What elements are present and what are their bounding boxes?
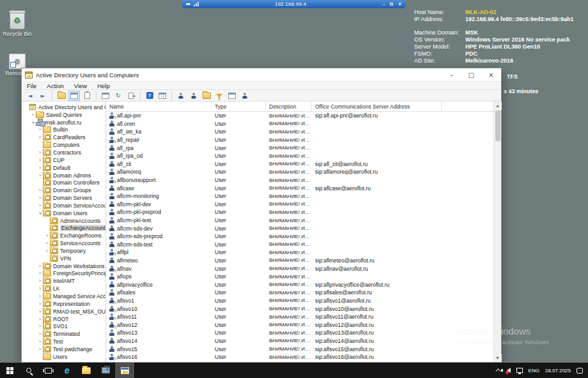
tree-item-domain-controllers[interactable]: Domain Controllers [22, 179, 105, 186]
tree-item-domain-admins[interactable]: >Domain Admins [22, 172, 105, 179]
chevron-right-icon[interactable]: > [37, 127, 43, 132]
table-row[interactable]: aflsvo11UserВНИМАНИЕ! Использу...sip:afl… [106, 313, 493, 321]
tree-item-rmad-test-msk-ou[interactable]: >RMAD-test_MSK_OU [22, 308, 105, 315]
tree-item-foreignsecurityprincipals[interactable]: >ForeignSecurityPrincipals [22, 270, 105, 278]
table-row[interactable]: aflfplUserВНИМАНИЕ! Использу... [106, 248, 493, 257]
table-row[interactable]: aflcrm-sds-testUserВНИМАНИЕ! Использу... [106, 241, 493, 249]
menu-help[interactable]: Help [92, 82, 115, 89]
pin-icon[interactable] [186, 3, 190, 5]
table-row[interactable]: aflbonussupportUserВНИМАНИЕ! Использу... [106, 176, 493, 185]
tree-item-temporary[interactable]: >Temporary [22, 247, 105, 255]
tree-item-domain-groups[interactable]: >Domain Groups [22, 186, 105, 194]
chevron-right-icon[interactable]: > [37, 203, 43, 208]
table-row[interactable]: aflsvo13UserВНИМАНИЕ! Использу...sip:afl… [106, 329, 493, 337]
chevron-right-icon[interactable]: > [30, 112, 36, 117]
table-row[interactable]: aflsvo14UserВНИМАНИЕ! Использу...sip:afl… [106, 337, 493, 345]
chevron-down-icon[interactable]: > [31, 119, 36, 125]
table-row[interactable]: aflprivacyofficeUserВНИМАНИЕ! Использу..… [106, 280, 493, 289]
table-row[interactable]: aflcrm-monitoringUserВНИМАНИЕ! Использу.… [106, 192, 493, 200]
table-row[interactable]: afl_zitUserВНИМАНИЕ! Использу...sip:afl_… [106, 160, 493, 169]
tree-item-computers[interactable]: Computers [22, 141, 105, 149]
volume-muted-icon[interactable] [507, 368, 511, 373]
aduc-taskbar-icon[interactable] [115, 363, 134, 378]
search-icon[interactable] [19, 363, 38, 378]
table-row[interactable]: aflcrm-pkl-preprodUserВНИМАНИЕ! Использу… [106, 208, 493, 216]
chevron-right-icon[interactable]: > [37, 158, 43, 163]
window-icon[interactable] [100, 91, 111, 101]
chevron-right-icon[interactable]: > [37, 309, 43, 314]
tree-item-users[interactable]: Users [22, 353, 105, 361]
add-group-icon[interactable] [188, 91, 199, 101]
chevron-right-icon[interactable]: > [44, 248, 50, 253]
column-header-name[interactable]: Name [106, 102, 212, 111]
task-view-icon[interactable] [38, 363, 58, 378]
chevron-right-icon[interactable]: > [37, 195, 43, 200]
chevron-right-icon[interactable]: > [44, 241, 50, 246]
table-row[interactable]: aflamoreqUserВНИМАНИЕ! Использу...sip:af… [106, 168, 493, 176]
table-row[interactable]: aflsvo16UserВНИМАНИЕ! Использу...sip:afl… [106, 353, 493, 361]
forward-icon[interactable]: ► [37, 91, 49, 101]
maximize-button[interactable]: □ [461, 68, 481, 81]
tree-item-test[interactable]: >Test [22, 338, 105, 345]
back-icon[interactable]: ◄ [24, 91, 36, 101]
table-row[interactable]: aflcrm-pkl-devUserВНИМАНИЕ! Использу... [106, 200, 493, 209]
table-row[interactable]: aflcrm-sds-preprodUserВНИМАНИЕ! Использу… [106, 232, 493, 241]
table-row[interactable]: aflsvo15UserВНИМАНИЕ! Использу...sip:afl… [106, 345, 493, 353]
start-button[interactable] [0, 363, 19, 378]
add-user-icon[interactable] [175, 91, 187, 101]
add-ou-icon[interactable] [201, 91, 212, 101]
chevron-right-icon[interactable]: > [37, 150, 43, 155]
menu-file[interactable]: File [22, 82, 42, 89]
chevron-right-icon[interactable]: > [37, 317, 43, 322]
table-row[interactable]: afl.orenUserВНИМАНИЕ! Использу... [106, 120, 493, 128]
table-row[interactable]: aflsvo1UserВНИМАНИЕ! Использу...sip:afls… [106, 297, 493, 305]
network-icon[interactable] [516, 368, 523, 373]
table-row[interactable]: aflsvo12UserВНИМАНИЕ! Использу...sip:afl… [106, 321, 493, 329]
export-list-icon[interactable]: ➔ [125, 91, 137, 101]
tree-item-intelamt[interactable]: >IntelAMT [22, 277, 105, 285]
tree-item-builtin[interactable]: >Builtin [22, 126, 105, 134]
save-query-icon[interactable] [226, 91, 238, 101]
chevron-down-icon[interactable]: > [38, 210, 43, 216]
tree-item-serviceaccounts[interactable]: >ServiceAccounts [22, 239, 105, 247]
tree-item-saved-queries[interactable]: >Saved Queries [22, 111, 105, 119]
chevron-right-icon[interactable]: > [37, 331, 43, 336]
filter-icon[interactable] [213, 91, 225, 101]
column-header-description[interactable]: Description [266, 102, 312, 111]
table-row[interactable]: afl_ias_kaUserВНИМАНИЕ! Использу... [106, 128, 493, 136]
tree-item-cardreaders[interactable]: >CardReaders [22, 133, 105, 141]
tree-item-exchangerooms[interactable]: >ExchangeRooms [22, 232, 105, 239]
table-row[interactable]: aflcaseUserВНИМАНИЕ! Использу...sip:aflc… [106, 184, 493, 192]
close-button[interactable]: × [481, 68, 501, 81]
table-row[interactable]: afl_repairUserВНИМАНИЕ! Использу... [106, 136, 493, 144]
chevron-right-icon[interactable]: > [37, 286, 43, 291]
tray-expand-icon[interactable] [495, 368, 500, 374]
title-bar[interactable]: Active Directory Users and Computers – □… [22, 68, 501, 81]
table-row[interactable]: aflcrm-sds-devUserВНИМАНИЕ! Использу... [106, 224, 493, 232]
menu-action[interactable]: Action [42, 82, 68, 89]
table-row[interactable]: afl_rpaUserВНИМАНИЕ! Использу... [106, 144, 493, 152]
table-row[interactable]: aflcrm-pkl-testUserВНИМАНИЕ! Использу... [106, 216, 493, 225]
tree-item-lk[interactable]: >LK [22, 285, 105, 292]
column-header-ocs[interactable]: Office Communications Server Address [312, 102, 442, 111]
tree-item-cup[interactable]: >CUP [22, 156, 105, 164]
column-options-icon[interactable] [157, 91, 168, 101]
action-center-icon[interactable] [576, 368, 583, 374]
scroll-down-icon[interactable]: ▼ [494, 354, 502, 362]
clock-date[interactable]: 28.07.2025 [545, 368, 571, 374]
table-row[interactable]: aflsvo10UserВНИМАНИЕ! Использу...sip:afl… [106, 305, 493, 313]
table-row[interactable]: aflsalesUserВНИМАНИЕ! Использу...sip:afl… [106, 289, 493, 297]
chevron-right-icon[interactable]: > [37, 294, 43, 299]
up-one-level-icon[interactable] [56, 91, 67, 101]
minimize-button[interactable]: – [442, 68, 461, 81]
table-row[interactable]: afl.api-pnrUserВНИМАНИЕ! Использу...sip:… [106, 112, 493, 120]
rdp-minimize-icon[interactable]: – [382, 1, 385, 8]
scrollbar-thumb[interactable] [495, 110, 500, 141]
chevron-right-icon[interactable]: > [37, 271, 43, 276]
tree-item-root[interactable]: >ROOT [22, 315, 105, 323]
table-row[interactable]: afl_rpa_odUserВНИМАНИЕ! Использу... [106, 152, 493, 160]
tree-item-svo1[interactable]: >SVO1 [22, 322, 105, 330]
table-row[interactable]: aflnavUserВНИМАНИЕ! Использу...sip:aflna… [106, 264, 493, 273]
chevron-right-icon[interactable]: > [37, 188, 43, 193]
chevron-right-icon[interactable]: > [37, 301, 43, 306]
